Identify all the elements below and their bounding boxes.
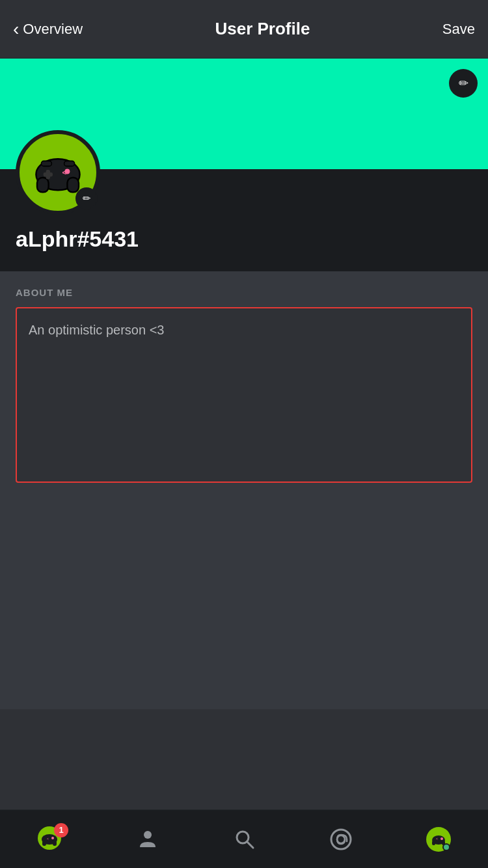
nav-item-voice[interactable]	[136, 828, 159, 851]
controller-icon: <	[32, 146, 84, 198]
nav-item-friends[interactable]: < 1	[37, 826, 62, 853]
svg-rect-8	[64, 161, 75, 166]
svg-rect-1	[37, 178, 49, 192]
banner-edit-button[interactable]: ✏	[449, 69, 478, 98]
voice-icon	[136, 828, 159, 851]
profile-section: < ✏ aLphr#5431	[0, 169, 488, 271]
about-section: ABOUT ME	[0, 271, 488, 501]
svg-text:<: <	[62, 169, 66, 176]
content-below	[0, 501, 488, 709]
bio-textarea[interactable]	[16, 307, 472, 483]
pencil-icon: ✏	[83, 193, 91, 204]
online-indicator	[442, 843, 450, 851]
search-icon	[234, 828, 256, 850]
svg-text:<: <	[436, 837, 438, 841]
mentions-icon	[330, 828, 352, 850]
svg-rect-2	[67, 178, 79, 192]
save-button[interactable]: Save	[442, 21, 475, 38]
avatar-edit-button[interactable]: ✏	[75, 187, 98, 210]
about-me-label: ABOUT ME	[16, 287, 472, 298]
svg-line-17	[247, 842, 253, 848]
bottom-nav: < 1	[0, 809, 488, 868]
friends-badge: 1	[54, 823, 68, 837]
svg-rect-4	[46, 170, 50, 179]
nav-item-search[interactable]	[234, 828, 256, 850]
svg-text:<: <	[47, 837, 49, 841]
chevron-left-icon: ‹	[13, 20, 19, 38]
svg-point-13	[51, 837, 54, 839]
pencil-icon: ✏	[459, 76, 468, 90]
nav-item-profile[interactable]: <	[426, 827, 451, 852]
svg-point-23	[441, 837, 443, 840]
page-title: User Profile	[83, 19, 442, 39]
svg-rect-21	[432, 841, 435, 845]
svg-rect-7	[41, 161, 51, 166]
svg-point-15	[144, 831, 152, 839]
header: ‹ Overview User Profile Save	[0, 0, 488, 59]
svg-rect-12	[53, 841, 57, 846]
back-button[interactable]: ‹ Overview	[13, 20, 83, 38]
nav-item-mentions[interactable]	[330, 828, 352, 850]
svg-point-18	[331, 830, 351, 849]
username: aLphr#5431	[16, 226, 472, 252]
nav-avatar: <	[426, 827, 451, 852]
back-label: Overview	[23, 21, 83, 38]
avatar-wrapper: < ✏	[16, 130, 100, 215]
svg-rect-11	[42, 841, 46, 846]
